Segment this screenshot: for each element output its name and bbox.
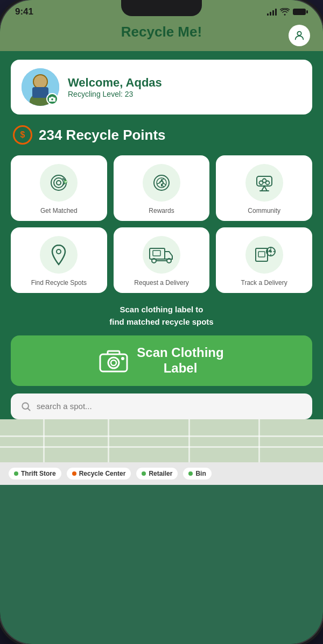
community-card[interactable]: Community [216,155,312,221]
retailer-label: Retailer [149,470,172,477]
camera-badge[interactable] [46,93,58,105]
find-recycle-spots-card[interactable]: Find Recycle Spots [11,227,107,293]
track-delivery-card[interactable]: Track a Delivery [216,227,312,293]
svg-point-32 [111,360,116,366]
svg-rect-27 [258,252,265,257]
points-text: 234 Recycle Points [39,127,166,144]
get-matched-label: Get Matched [40,207,78,214]
svg-point-20 [57,249,61,254]
app-header: Recycle Me! [0,19,323,51]
svg-point-11 [57,181,61,185]
thrift-store-dot [14,471,18,476]
get-matched-icon-circle [40,164,78,202]
person-icon [293,30,305,41]
map-strip [0,419,323,462]
svg-point-10 [54,178,64,188]
welcome-card: Welcome, Aqdas Recycling Level: 23 [11,60,312,115]
bin-dot [188,471,193,476]
request-delivery-card[interactable]: Request a Delivery [114,227,210,293]
grid-section-bottom: Find Recycle Spots Reque [11,227,312,293]
welcome-greeting: Welcome, Aqdas [68,76,162,90]
notch [121,0,202,16]
svg-point-31 [108,357,119,368]
thrift-store-label: Thrift Store [21,470,56,477]
rewards-icon [150,171,173,195]
request-delivery-label: Request a Delivery [134,279,188,287]
recycle-center-label: Recycle Center [79,470,126,477]
scan-section: Scan clothing label tofind matched recyc… [11,304,312,386]
retailer-dot [142,471,146,476]
battery-icon [293,8,308,16]
phone-frame: 9:41 [0,0,323,644]
avatar-wrapper [22,68,59,106]
community-icon [252,171,276,195]
scan-button-label: Scan ClothingLabel [137,345,223,376]
search-bar [11,393,312,419]
svg-rect-1 [306,10,308,13]
delivery-icon-circle [143,236,180,274]
recycle-center-dot [72,471,76,476]
points-section: $ 234 Recycle Points [11,125,312,145]
phone-screen: 9:41 [0,0,323,644]
scan-description: Scan clothing label tofind matched recyc… [11,304,312,328]
recycle-center-tag[interactable]: Recycle Center [67,468,131,480]
get-matched-card[interactable]: Get Matched [11,155,107,221]
wifi-icon [280,8,290,16]
svg-rect-0 [293,9,306,15]
scan-button[interactable]: Scan ClothingLabel [11,335,312,386]
rewards-card[interactable]: Rewards [114,155,210,221]
search-icon [20,401,31,412]
find-spots-icon-circle [40,236,78,274]
community-label: Community [248,207,280,214]
svg-rect-15 [257,176,272,186]
bin-label: Bin [195,470,206,477]
search-input[interactable] [37,402,303,411]
svg-point-19 [262,179,266,183]
thrift-store-tag[interactable]: Thrift Store [9,468,61,480]
truck-icon [149,245,174,264]
bin-tag[interactable]: Bin [183,468,211,480]
camera-scan-icon [99,349,128,373]
signal-icon [267,8,277,16]
track-icon-circle [245,236,283,274]
rewards-label: Rewards [149,207,174,214]
svg-point-6 [34,75,47,88]
svg-rect-26 [256,248,268,261]
svg-point-33 [121,357,124,360]
svg-point-13 [154,175,169,190]
svg-rect-22 [153,251,160,256]
status-icons [267,8,308,16]
location-pin-icon [48,243,69,267]
svg-rect-21 [150,248,165,259]
fingerprint-icon [47,171,71,195]
track-delivery-label: Track a Delivery [241,279,287,287]
community-icon-circle [245,164,283,202]
svg-point-8 [51,98,53,101]
track-delivery-icon [251,243,277,267]
app-title: Recycle Me! [121,24,202,40]
find-recycle-spots-label: Find Recycle Spots [31,279,87,287]
profile-button[interactable] [289,25,310,46]
recycling-level: Recycling Level: 23 [68,90,162,98]
svg-point-2 [297,31,301,35]
svg-point-29 [270,251,272,253]
grid-section-top: Get Matched Rewards [11,155,312,221]
map-tags-bar: Thrift Store Recycle Center Retailer Bin [0,462,323,485]
welcome-text: Welcome, Aqdas Recycling Level: 23 [68,76,162,98]
camera-icon [49,96,55,102]
points-icon: $ [13,125,32,145]
svg-rect-7 [32,87,48,98]
retailer-tag[interactable]: Retailer [136,468,178,480]
rewards-icon-circle [143,164,180,202]
status-time: 9:41 [15,6,33,17]
main-content: Welcome, Aqdas Recycling Level: 23 $ 234… [0,51,323,419]
